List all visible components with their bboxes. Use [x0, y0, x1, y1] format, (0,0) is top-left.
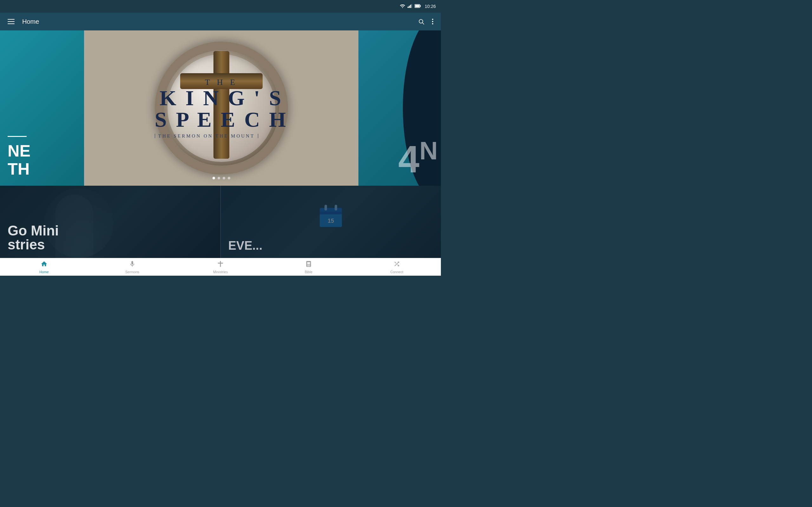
- nav-connect-label: Connect: [391, 270, 403, 274]
- sermon-title-block: T H E K I N G ' S S P E E C H THE SERMON…: [155, 78, 288, 139]
- bottom-card-right[interactable]: 15 EVE...: [220, 186, 441, 258]
- nav-ministries-label: Ministries: [213, 270, 228, 274]
- svg-rect-3: [410, 5, 411, 8]
- app-bar-actions: [415, 16, 436, 27]
- connect-icon: [393, 261, 400, 269]
- svg-rect-4: [411, 4, 412, 8]
- main-content: NE TH: [0, 31, 441, 258]
- indicator-1[interactable]: [212, 177, 215, 179]
- bottom-card-left-overlay: Go Ministries: [0, 186, 220, 258]
- vertical-dots-icon: [432, 19, 433, 24]
- decorative-line: [8, 136, 27, 137]
- wifi-icon: [400, 4, 405, 9]
- nav-ministries[interactable]: Ministries: [176, 258, 264, 276]
- bottom-card-left[interactable]: Go Ministries: [0, 186, 220, 258]
- indicator-4[interactable]: [228, 177, 230, 179]
- app-bar: Home: [0, 13, 441, 31]
- clock: 10:26: [425, 4, 436, 9]
- svg-point-0: [402, 7, 403, 8]
- nav-bible[interactable]: Bible: [264, 258, 353, 276]
- svg-rect-6: [420, 5, 420, 7]
- search-button[interactable]: [415, 16, 427, 27]
- cross-icon: [217, 261, 224, 269]
- nav-sermons[interactable]: Sermons: [88, 258, 176, 276]
- carousel-center-card[interactable]: T H E K I N G ' S S P E E C H THE SERMON…: [84, 31, 358, 186]
- indicator-2[interactable]: [217, 177, 220, 179]
- svg-rect-7: [415, 5, 419, 7]
- sermon-title-the: T H E: [155, 78, 288, 87]
- app-bar-title: Home: [22, 18, 415, 25]
- bottom-card-right-text: EVE...: [229, 239, 434, 251]
- subtitle-line-left: [155, 134, 155, 138]
- nav-connect[interactable]: Connect: [353, 258, 441, 276]
- nav-bible-label: Bible: [305, 270, 312, 274]
- indicator-3[interactable]: [223, 177, 225, 179]
- carousel-right-card[interactable]: 4N: [358, 31, 441, 186]
- bottom-card-left-text: Go Ministries: [8, 224, 213, 251]
- more-options-button[interactable]: [429, 16, 436, 27]
- svg-rect-1: [408, 7, 409, 8]
- left-card-partial-text: NE TH: [8, 142, 77, 178]
- carousel-center-bg: T H E K I N G ' S S P E E C H THE SERMON…: [84, 31, 358, 186]
- battery-icon: [415, 4, 421, 9]
- svg-line-9: [422, 23, 424, 24]
- signal-icon: [408, 4, 412, 9]
- nav-home[interactable]: Home: [0, 258, 88, 276]
- nav-home-label: Home: [39, 270, 49, 274]
- svg-rect-17: [218, 262, 223, 263]
- menu-button[interactable]: [5, 16, 17, 26]
- right-card-number: 4N: [398, 139, 438, 176]
- sermon-title-line1: K I N G ' S: [155, 87, 288, 109]
- svg-rect-2: [409, 6, 410, 8]
- nav-sermons-label: Sermons: [125, 270, 139, 274]
- home-icon: [41, 261, 48, 269]
- bottom-section: Go Ministries 15 EVE...: [0, 186, 441, 258]
- hero-carousel[interactable]: NE TH: [0, 31, 441, 186]
- sermon-title-line2: S P E E C H: [155, 109, 288, 130]
- sermon-subtitle: THE SERMON ON THE MOUNT: [155, 133, 288, 139]
- status-icons: 10:26: [400, 4, 436, 9]
- svg-rect-16: [220, 261, 221, 267]
- status-bar: 10:26: [0, 0, 441, 13]
- bottom-card-right-overlay: EVE...: [221, 186, 441, 258]
- carousel-indicators: [212, 177, 230, 179]
- bottom-navigation: Home Sermons Ministries Bible: [0, 258, 441, 276]
- carousel-text-overlay: T H E K I N G ' S S P E E C H THE SERMON…: [84, 31, 358, 186]
- carousel-left-card[interactable]: NE TH: [0, 31, 84, 186]
- mic-icon: [129, 261, 136, 269]
- book-icon: [305, 261, 312, 269]
